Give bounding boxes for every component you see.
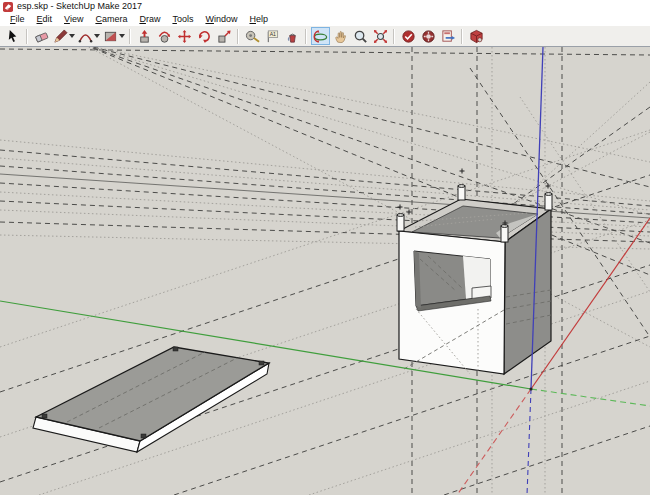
box-window-opening (414, 251, 491, 311)
dropdown-arrow-icon[interactable] (94, 34, 100, 38)
layout-tool-icon (441, 29, 456, 44)
box-model[interactable] (397, 169, 552, 375)
move-tool-icon (177, 29, 192, 44)
menu-view[interactable]: View (58, 13, 89, 26)
pushpull-tool-button[interactable] (135, 27, 154, 45)
menu-edit[interactable]: Edit (31, 13, 59, 26)
window-title: esp.skp - SketchUp Make 2017 (17, 0, 142, 13)
toolbar-separator (461, 29, 463, 44)
menu-camera[interactable]: Camera (89, 13, 133, 26)
wh1-tool-icon (401, 29, 416, 44)
scale-tool-icon (217, 29, 232, 44)
toolbar-separator (26, 29, 28, 44)
followme-tool-button[interactable] (155, 27, 174, 45)
toolbar-separator (237, 29, 239, 44)
menu-draw[interactable]: Draw (133, 13, 166, 26)
select-tool-button[interactable] (4, 27, 23, 45)
eraser-tool-icon (34, 29, 49, 44)
line-tool-button[interactable] (52, 27, 76, 45)
green-axis-negative (531, 389, 650, 406)
tape-tool-icon (245, 29, 260, 44)
pushpull-tool-icon (137, 29, 152, 44)
wh2-tool-button[interactable] (419, 27, 438, 45)
paint-tool-icon (285, 29, 300, 44)
pan-tool-icon (333, 29, 348, 44)
red-axis-negative (457, 389, 531, 495)
arc-tool-button[interactable] (77, 27, 101, 45)
menu-file[interactable]: File (4, 13, 31, 26)
sketchup-window: esp.skp - SketchUp Make 2017 FileEditVie… (0, 0, 650, 495)
followme-tool-icon (157, 29, 172, 44)
paint-tool-button[interactable] (283, 27, 302, 45)
zoom-tool-icon (353, 29, 368, 44)
orbit-tool-button[interactable] (311, 27, 330, 45)
zoom-tool-button[interactable] (351, 27, 370, 45)
pan-tool-button[interactable] (331, 27, 350, 45)
dropdown-arrow-icon[interactable] (119, 34, 125, 38)
arc-tool-icon (78, 29, 93, 44)
rotate-tool-button[interactable] (195, 27, 214, 45)
drawing-viewport[interactable] (0, 47, 650, 495)
dropdown-arrow-icon[interactable] (69, 34, 75, 38)
text-tool-icon (265, 29, 280, 44)
model-canvas[interactable] (0, 47, 650, 495)
cube-tool-button[interactable] (467, 27, 486, 45)
eraser-tool-button[interactable] (32, 27, 51, 45)
toolbar-separator (305, 29, 307, 44)
menu-window[interactable]: Window (199, 13, 243, 26)
zoomext-tool-icon (373, 29, 388, 44)
sketchup-logo-icon (3, 2, 13, 12)
slab-model[interactable] (33, 347, 269, 452)
text-tool-button[interactable] (263, 27, 282, 45)
blue-axis-negative (527, 389, 531, 495)
toolbar (0, 26, 650, 47)
scale-tool-button[interactable] (215, 27, 234, 45)
move-tool-button[interactable] (175, 27, 194, 45)
toolbar-separator (129, 29, 131, 44)
axes-origin (529, 387, 532, 390)
wh1-tool-button[interactable] (399, 27, 418, 45)
select-tool-icon (6, 29, 21, 44)
menu-help[interactable]: Help (243, 13, 274, 26)
tape-tool-button[interactable] (243, 27, 262, 45)
menu-tools[interactable]: Tools (166, 13, 199, 26)
shapes-tool-button[interactable] (102, 27, 126, 45)
orbit-tool-icon (313, 29, 328, 44)
toolbar-separator (393, 29, 395, 44)
title-bar: esp.skp - SketchUp Make 2017 (0, 0, 650, 13)
menu-bar: FileEditViewCameraDrawToolsWindowHelp (0, 13, 650, 26)
layout-tool-button[interactable] (439, 27, 458, 45)
zoomext-tool-button[interactable] (371, 27, 390, 45)
line-tool-icon (53, 29, 68, 44)
shapes-tool-icon (103, 29, 118, 44)
wh2-tool-icon (421, 29, 436, 44)
rotate-tool-icon (197, 29, 212, 44)
cube-tool-icon (469, 29, 484, 44)
